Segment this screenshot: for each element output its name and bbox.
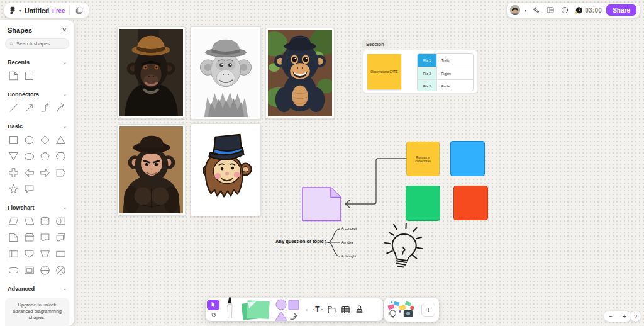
triangle-down-icon: [8, 150, 19, 162]
speech-bubble-icon: [23, 183, 35, 195]
canvas-table[interactable]: Fila 1 Trello Fila 2 Figjam Fila 3 Padle…: [417, 53, 474, 91]
zoom-out-button[interactable]: −: [604, 311, 618, 322]
shape-oval-button[interactable]: [21, 150, 37, 162]
avatar-chevron-icon[interactable]: ▾: [525, 8, 526, 13]
parallelogram-reverse-icon: [23, 215, 35, 227]
stamp-circle-icon[interactable]: [560, 5, 570, 15]
shape-internal-storage-button[interactable]: [6, 248, 21, 260]
pentagon-icon: [39, 150, 51, 162]
section-tool-button[interactable]: [325, 303, 338, 317]
shape-tool-button[interactable]: [274, 298, 303, 321]
shape-pentagon-button[interactable]: [37, 150, 53, 162]
table-row[interactable]: Fila 3 Padlet: [418, 79, 473, 91]
shape-triangle-down-button[interactable]: [6, 150, 21, 162]
image-card-crochet-monkey[interactable]: [265, 28, 335, 119]
shape-speech-bubble-button[interactable]: [21, 183, 37, 195]
timer[interactable]: 03:00: [574, 6, 602, 14]
shape-parallelogram-rev-button[interactable]: [21, 215, 37, 227]
shape-pennant-button[interactable]: [53, 167, 69, 179]
shape-multi-doc-button[interactable]: [53, 232, 69, 244]
sticky-note-tool-button[interactable]: [238, 299, 272, 320]
mindmap-branch[interactable]: A thought: [341, 254, 356, 258]
select-tool-button[interactable]: [207, 300, 219, 310]
shape-square-button[interactable]: [21, 70, 37, 82]
canvas-square-green[interactable]: [406, 186, 440, 221]
shape-wave-doc-button[interactable]: [37, 232, 53, 244]
marker-tool-button[interactable]: [222, 295, 237, 320]
text-tool-button[interactable]: T: [311, 303, 325, 317]
canvas-square-yellow[interactable]: Formas y conectores: [406, 142, 440, 176]
stamp-tool-button[interactable]: [352, 303, 366, 317]
shape-hexagon-button[interactable]: [53, 150, 69, 162]
file-title[interactable]: Untitled: [25, 7, 49, 14]
table-row[interactable]: Fila 1 Trello: [418, 54, 473, 67]
hand-tool-button[interactable]: [207, 310, 219, 320]
user-avatar[interactable]: [510, 5, 520, 15]
shape-circle-x-button[interactable]: [53, 264, 69, 276]
connector-elbow-button[interactable]: [37, 102, 53, 114]
mindmap-branch[interactable]: A concept: [341, 227, 357, 230]
shape-shield-down-button[interactable]: [21, 248, 37, 260]
shape-document-button[interactable]: [6, 232, 21, 244]
shape-rectangle-button[interactable]: [53, 248, 69, 260]
oval-icon: [23, 150, 35, 162]
circle-plus-icon: [39, 264, 51, 276]
shape-square-button[interactable]: [6, 134, 21, 146]
section-flowchart[interactable]: Flowchart⌄: [0, 199, 74, 213]
shape-star-button[interactable]: [6, 183, 21, 195]
connector-curve-button[interactable]: [53, 102, 69, 114]
chevron-down-icon[interactable]: ▾: [19, 8, 21, 13]
add-more-tools-button[interactable]: +: [421, 303, 435, 317]
help-button[interactable]: ?: [630, 311, 641, 322]
connector-line-button[interactable]: [6, 102, 21, 114]
shape-parallelogram-button[interactable]: [6, 215, 21, 227]
table-row[interactable]: Fila 2 Figjam: [418, 67, 473, 79]
plan-badge[interactable]: Free: [52, 7, 65, 14]
image-card-chimp-fedora-photo[interactable]: [117, 26, 186, 119]
mindmap-branch[interactable]: An idea: [341, 240, 353, 244]
shape-trapezoid-button[interactable]: [37, 248, 53, 260]
shape-arrow-right-button[interactable]: [37, 167, 53, 179]
section-recents[interactable]: Recents⌄: [0, 53, 74, 67]
lightbulb-doodle[interactable]: [377, 220, 430, 276]
canvas-square-red[interactable]: [453, 186, 488, 220]
shape-box-button[interactable]: [21, 232, 37, 244]
canvas-note-purple[interactable]: [302, 187, 342, 222]
ai-sparkle-icon[interactable]: [531, 5, 541, 15]
section-basic[interactable]: Basic⌄: [0, 118, 74, 132]
panel-title: Shapes: [8, 26, 32, 34]
shape-triangle-button[interactable]: [53, 134, 69, 146]
section-label[interactable]: Sección: [362, 40, 388, 48]
shape-framed-rect-button[interactable]: [21, 264, 37, 276]
connector-elbow-line[interactable]: [340, 154, 409, 212]
search-input[interactable]: [16, 41, 65, 47]
shape-cylinder-button[interactable]: [37, 215, 53, 227]
shape-note-button[interactable]: [6, 70, 21, 82]
image-card-3d-chimp[interactable]: [117, 124, 186, 216]
image-card-cartoon-monkey-sticker[interactable]: [191, 123, 261, 216]
image-card-chimp-sketch[interactable]: [191, 26, 261, 120]
shape-terminator-button[interactable]: [6, 264, 21, 276]
shape-diamond-button[interactable]: [37, 134, 53, 146]
shape-cylinder-side-button[interactable]: [53, 215, 69, 227]
shape-circle-plus-button[interactable]: [37, 264, 53, 276]
table-tool-button[interactable]: [338, 303, 352, 317]
figjam-logo-icon[interactable]: [9, 6, 16, 16]
shape-arrow-left-button[interactable]: [21, 167, 37, 179]
connector-arrow-button[interactable]: [21, 102, 37, 114]
shape-plus-button[interactable]: [6, 167, 21, 179]
stickers-collage-button[interactable]: [387, 300, 416, 320]
section-connectors[interactable]: Connectors⌄: [0, 86, 74, 99]
section-advanced[interactable]: Advanced⌄: [0, 280, 74, 294]
search-box[interactable]: [5, 38, 69, 49]
mindmap-root[interactable]: Any question or topic: [267, 239, 324, 244]
share-button[interactable]: Share: [606, 4, 636, 16]
sticky-note-observatorio[interactable]: Observatorio GATE: [367, 54, 401, 89]
shape-circle-button[interactable]: [21, 134, 37, 146]
close-icon[interactable]: ✕: [62, 27, 67, 33]
boards-icon[interactable]: [74, 6, 84, 16]
wavy-document-icon: [39, 232, 51, 244]
templates-icon[interactable]: [545, 5, 555, 15]
zoom-in-button[interactable]: +: [618, 311, 631, 322]
canvas-square-blue[interactable]: [450, 141, 485, 176]
